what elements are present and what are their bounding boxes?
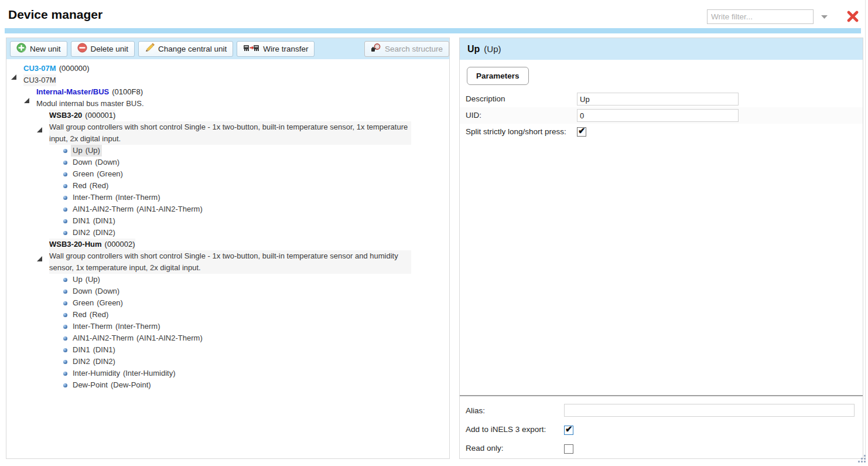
wire-transfer-icon: [243, 43, 259, 55]
channel-bullet-icon: [63, 301, 67, 305]
tree-node-children: Internal-Master/BUS(0100F8)Modul interna…: [19, 86, 447, 391]
tree-node-title[interactable]: CU3-07M(000000): [23, 63, 90, 74]
channel-bullet-icon: [63, 372, 67, 376]
channel-label: AIN1-AIN2-Therm(AIN1-AIN2-Therm): [71, 332, 204, 344]
device-tree: CU3-07M(000000)CU3-07MInternal-Master/BU…: [6, 59, 449, 391]
tree-node-head: Internal-Master/BUS(0100F8)Modul interna…: [19, 86, 447, 110]
tree-expander-icon[interactable]: [37, 124, 42, 130]
tree-channel-item[interactable]: Inter-Humidity(Inter-Humidity): [45, 368, 447, 379]
channel-label: Green(Green): [71, 168, 125, 180]
window-edge: [865, 0, 866, 460]
resize-grip[interactable]: [857, 454, 866, 465]
delete-unit-button-label: Delete unit: [91, 45, 129, 53]
tree-channel-item[interactable]: Down(Down): [45, 285, 447, 297]
tree-channel-item[interactable]: DIN1(DIN1): [45, 344, 447, 356]
tab-parameters[interactable]: Parameters: [467, 67, 529, 85]
tree-node: WSB3-20(000001)Wall group controllers wi…: [32, 110, 447, 239]
channel-bullet-icon: [63, 348, 67, 352]
tree-expander-icon[interactable]: [37, 253, 42, 258]
read-only-checkbox[interactable]: [564, 444, 573, 454]
channel-bullet-icon: [63, 336, 67, 341]
tree-channel-item[interactable]: Red(Red): [45, 180, 447, 192]
alias-label: Alias:: [466, 406, 564, 415]
channel-label: Up(Up): [71, 145, 102, 157]
tree-node: CU3-07M(000000)CU3-07MInternal-Master/BU…: [6, 63, 447, 391]
export-checkbox[interactable]: [564, 426, 573, 435]
tree-channel-item[interactable]: Red(Red): [45, 309, 447, 321]
uid-row: UID:: [460, 107, 863, 124]
channel-bullet-icon: [63, 360, 67, 364]
split-press-checkbox[interactable]: [577, 127, 586, 137]
tree-channel-item[interactable]: DIN2(DIN2): [45, 356, 447, 368]
parameters-form: Description UID: Split strictly long/sho…: [460, 91, 863, 140]
tree-channel-item[interactable]: Inter-Therm(Inter-Therm): [45, 192, 447, 203]
filter-input[interactable]: [708, 10, 813, 23]
alias-input[interactable]: [564, 404, 855, 417]
tree-node-code: (000002): [105, 240, 135, 249]
resize-grip-icon: [857, 454, 866, 463]
channel-label: Red(Red): [71, 180, 110, 192]
channel-bullet-icon: [63, 184, 67, 188]
tree-channel-item[interactable]: AIN1-AIN2-Therm(AIN1-AIN2-Therm): [45, 203, 447, 215]
tree-node-name: CU3-07M: [23, 64, 56, 73]
tree-node-children: Up(Up)Down(Down)Green(Green)Red(Red)Inte…: [45, 274, 447, 391]
channel-label: Down(Down): [71, 157, 121, 168]
channel-bullet-icon: [63, 313, 67, 317]
split-press-label: Split strictly long/short press:: [466, 125, 577, 136]
tree-node-title[interactable]: WSB3-20(000001): [49, 110, 115, 121]
channel-bullet-icon: [63, 161, 67, 165]
tree-channel-item[interactable]: Green(Green): [45, 168, 447, 180]
tree-expander-icon[interactable]: [24, 95, 29, 100]
tree-node: Internal-Master/BUS(0100F8)Modul interna…: [19, 86, 447, 391]
tree-node-code: (000000): [59, 64, 90, 73]
tree-channel-item[interactable]: AIN1-AIN2-Therm(AIN1-AIN2-Therm): [45, 332, 447, 344]
close-button[interactable]: [846, 9, 860, 23]
tree-channel-item[interactable]: Inter-Therm(Inter-Therm): [45, 321, 447, 332]
channel-bullet-icon: [63, 219, 67, 223]
tree-channel-item[interactable]: Up(Up): [45, 145, 447, 157]
uid-label: UID:: [466, 109, 577, 120]
tree-channel-item[interactable]: DIN1(DIN1): [45, 215, 447, 227]
filter-dropdown-button[interactable]: [819, 12, 829, 22]
search-structure-button-label: Search structure: [385, 45, 443, 53]
tree-channel-item[interactable]: Dew-Point(Dew-Point): [45, 379, 447, 391]
tree-node-head: WSB3-20-Hum(000002)Wall group controller…: [32, 239, 447, 274]
tree-channel-item[interactable]: Up(Up): [45, 274, 447, 285]
tree-expander-icon[interactable]: [11, 72, 16, 77]
tree-channel-item[interactable]: DIN2(DIN2): [45, 227, 447, 239]
detail-pane: Up (Up) Parameters Description UID: Spli…: [459, 38, 863, 459]
alias-row: Alias:: [460, 401, 863, 420]
channel-label: Red(Red): [71, 309, 110, 321]
change-central-unit-button[interactable]: Change central unit: [138, 41, 233, 57]
new-unit-button-label: New unit: [30, 45, 61, 53]
wire-transfer-button[interactable]: Wire transfer: [237, 41, 315, 57]
tree-node-description: Modul internal bus master BUS.: [36, 98, 144, 110]
description-row: Description: [460, 91, 863, 107]
tree-node-description: Wall group controllers with short contro…: [49, 250, 411, 274]
export-row: Add to iNELS 3 export:: [460, 420, 863, 438]
device-manager-window: Device manager New unitDelete unitChange…: [0, 0, 868, 466]
split-press-row: Split strictly long/short press:: [460, 124, 863, 140]
tree-node-description: Wall group controllers with short contro…: [49, 121, 411, 145]
tree-node-head: WSB3-20(000001)Wall group controllers wi…: [32, 110, 447, 145]
channel-bullet-icon: [63, 383, 67, 387]
structure-pane: New unitDelete unitChange central unitWi…: [6, 38, 450, 459]
detail-header-paren: (Up): [484, 44, 501, 54]
tree-node-title[interactable]: Internal-Master/BUS(0100F8): [36, 86, 143, 98]
uid-input[interactable]: [577, 109, 739, 122]
tree-node-title[interactable]: WSB3-20-Hum(000002): [49, 239, 135, 250]
search-icon: [371, 43, 381, 55]
read-only-row: Read only:: [460, 438, 863, 457]
page-title: Device manager: [8, 8, 102, 22]
channel-label: DIN2(DIN2): [71, 356, 117, 368]
description-label: Description: [466, 93, 577, 103]
tree-node: WSB3-20-Hum(000002)Wall group controller…: [32, 239, 447, 391]
new-unit-button[interactable]: New unit: [10, 41, 67, 57]
channel-label: Green(Green): [71, 297, 125, 309]
tree-node-head: CU3-07M(000000)CU3-07M: [6, 63, 447, 86]
tree-channel-item[interactable]: Down(Down): [45, 157, 447, 168]
tree-channel-item[interactable]: Green(Green): [45, 297, 447, 309]
delete-unit-button[interactable]: Delete unit: [71, 41, 135, 57]
description-input[interactable]: [577, 93, 739, 106]
channel-label: DIN2(DIN2): [71, 227, 117, 239]
